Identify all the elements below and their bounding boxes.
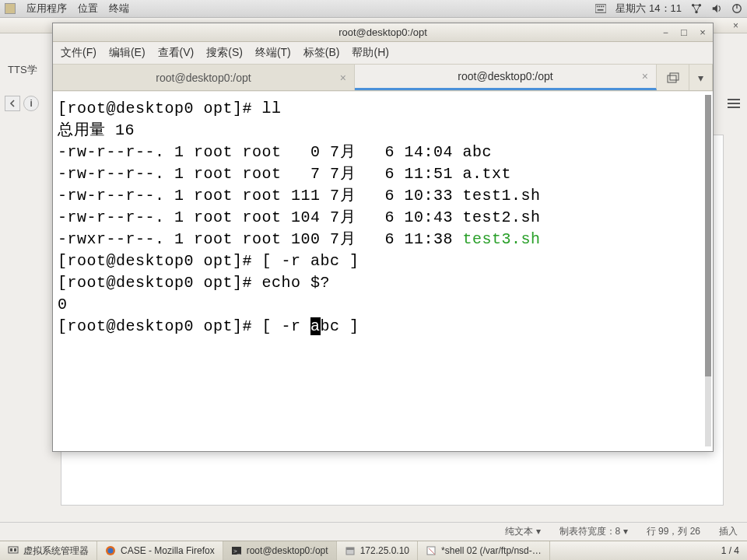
task-label: 172.25.0.10 (360, 545, 409, 556)
bottom-taskbar: 虚拟系统管理器 CASE - Mozilla Firefox >_ root@d… (0, 541, 747, 560)
volume-icon[interactable] (711, 3, 722, 14)
svg-rect-18 (14, 548, 16, 551)
task-label: *shell 02 (/var/ftp/nsd-… (441, 545, 542, 556)
menu-edit[interactable]: 编辑(E) (109, 46, 146, 60)
maximize-icon[interactable]: □ (679, 27, 689, 38)
gedit-close-icon[interactable]: × (731, 20, 741, 30)
info-icon[interactable]: i (23, 96, 39, 111)
gedit-statusbar: 纯文本 ▾ 制表符宽度：8 ▾ 行 99，列 26 插入 (0, 522, 747, 541)
terminal-menubar: 文件(F) 编辑(E) 查看(V) 搜索(S) 终端(T) 标签(B) 帮助(H… (53, 42, 713, 65)
terminal-title-text: root@desktop0:/opt (338, 26, 427, 38)
menu-file[interactable]: 文件(F) (61, 46, 96, 60)
pager-label: 1 / 4 (721, 545, 739, 556)
task-firefox[interactable]: CASE - Mozilla Firefox (97, 541, 223, 560)
svg-rect-1 (597, 6, 598, 8)
files-icon (345, 545, 356, 556)
gedit-insert-mode: 插入 (719, 525, 738, 538)
terminal-tab-1[interactable]: root@desktop0:/opt × (53, 65, 355, 90)
terminal-titlebar[interactable]: root@desktop0:/opt － □ × (53, 23, 713, 42)
task-files[interactable]: 172.25.0.10 (337, 541, 418, 560)
menu-help[interactable]: 帮助(H) (352, 46, 388, 60)
menu-tabs[interactable]: 标签(B) (303, 46, 340, 60)
activities-icon[interactable] (5, 3, 16, 14)
terminal-tab-bar: root@desktop0:/opt × root@desktop0:/opt … (53, 65, 713, 91)
virt-manager-icon (8, 545, 19, 556)
term-line: [root@desktop0 opt]# [ -r abc ] (58, 252, 359, 270)
svg-rect-16 (9, 547, 18, 553)
tab-close-icon[interactable]: × (340, 72, 346, 84)
svg-rect-15 (670, 73, 679, 80)
gedit-icon (426, 545, 437, 556)
task-virt-manager[interactable]: 虚拟系统管理器 (0, 541, 97, 560)
svg-rect-2 (599, 6, 601, 8)
menu-terminal[interactable]: 终端(T) (255, 46, 291, 60)
svg-rect-24 (346, 548, 354, 550)
terminal-tab-2[interactable]: root@desktop0:/opt × (355, 65, 657, 90)
scrollbar-thumb[interactable] (705, 95, 711, 376)
terminal-tab-1-label: root@desktop0:/opt (156, 72, 251, 84)
places-menu[interactable]: 位置 (78, 2, 98, 16)
close-icon[interactable]: × (697, 27, 708, 38)
term-line: -rw-r--r--. 1 root root 0 7月 6 14:04 abc (58, 143, 492, 161)
power-icon[interactable] (731, 3, 742, 14)
svg-point-20 (108, 548, 114, 554)
task-terminal[interactable]: >_ root@desktop0:/opt (223, 541, 337, 560)
gedit-encoding[interactable]: 纯文本 ▾ (505, 525, 540, 538)
gedit-tab-label[interactable]: TTS学 (8, 63, 37, 77)
svg-rect-4 (603, 6, 605, 8)
task-label: 虚拟系统管理器 (23, 544, 89, 558)
clock[interactable]: 星期六 14：11 (615, 2, 682, 16)
workspace-pager[interactable]: 1 / 4 (714, 541, 747, 560)
term-line: [root@desktop0 opt]# ll (58, 100, 282, 117)
terminal-output[interactable]: [root@desktop0 opt]# ll 总用量 16 -rw-r--r-… (53, 92, 713, 451)
term-line: -rwxr--r--. 1 root root 100 7月 6 11:38 (58, 230, 463, 248)
menu-view[interactable]: 查看(V) (158, 46, 195, 60)
task-label: root@desktop0:/opt (247, 545, 328, 556)
tab-close-icon[interactable]: × (642, 70, 648, 82)
svg-rect-17 (10, 548, 12, 551)
term-prompt-line: [root@desktop0 opt]# [ -r (58, 317, 310, 335)
terminal-icon: >_ (231, 545, 242, 556)
term-line: -rw-r--r--. 1 root root 104 7月 6 10:43 t… (58, 208, 541, 226)
terminal-tab-2-label: root@desktop0:/opt (458, 70, 552, 82)
svg-rect-0 (595, 5, 606, 13)
terminal-window: root@desktop0:/opt － □ × 文件(F) 编辑(E) 查看(… (52, 23, 714, 452)
menu-search[interactable]: 搜索(S) (206, 46, 243, 60)
svg-rect-5 (598, 9, 604, 11)
terminal-focused-app[interactable]: 终端 (109, 2, 129, 16)
term-line: 总用量 16 (58, 121, 135, 139)
new-tab-button[interactable] (657, 65, 689, 90)
term-executable-name: test3.sh (463, 230, 541, 248)
term-line: -rw-r--r--. 1 root root 7 7月 6 11:51 a.t… (58, 165, 511, 183)
gedit-rowcol: 行 99，列 26 (647, 525, 700, 538)
hamburger-icon[interactable] (727, 98, 741, 109)
back-button[interactable] (5, 96, 20, 111)
term-line: bc ] (321, 317, 359, 335)
term-line: -rw-r--r--. 1 root root 111 7月 6 10:33 t… (58, 187, 541, 205)
gnome-top-panel: 应用程序 位置 终端 星期六 14：11 (0, 0, 747, 18)
network-icon[interactable] (691, 3, 702, 14)
svg-rect-14 (668, 75, 676, 82)
task-label: CASE - Mozilla Firefox (121, 545, 215, 556)
applications-menu[interactable]: 应用程序 (26, 2, 67, 16)
terminal-scrollbar[interactable] (705, 95, 711, 446)
keyboard-icon[interactable] (595, 3, 606, 14)
gedit-tabwidth[interactable]: 制表符宽度：8 ▾ (559, 525, 628, 538)
svg-rect-3 (601, 6, 602, 8)
task-gedit[interactable]: *shell 02 (/var/ftp/nsd-… (418, 541, 550, 560)
cursor: a (310, 317, 321, 335)
term-line: [root@desktop0 opt]# echo $? (58, 274, 330, 292)
firefox-icon (105, 545, 116, 556)
svg-text:>_: >_ (233, 548, 241, 555)
minimize-icon[interactable]: － (660, 27, 671, 38)
tab-menu-dropdown[interactable]: ▾ (689, 65, 713, 90)
term-line: 0 (58, 296, 68, 313)
